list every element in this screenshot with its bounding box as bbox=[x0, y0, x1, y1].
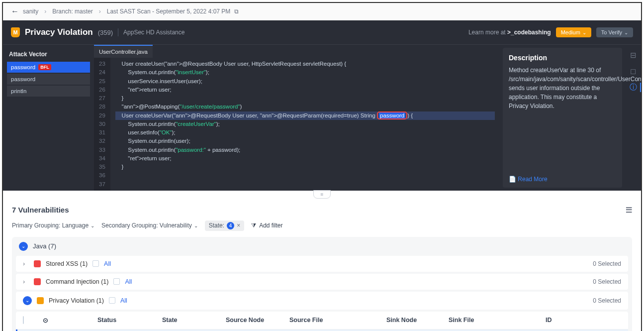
add-filter-button[interactable]: ⧩ Add filter bbox=[251, 222, 282, 229]
selected-count: 0 Selected bbox=[593, 260, 621, 267]
secondary-grouping-dropdown[interactable]: Secondary Grouping: Vulnerability bbox=[101, 222, 198, 229]
expand-icon[interactable]: › bbox=[23, 278, 29, 285]
primary-grouping-dropdown[interactable]: Primary Grouping: Language bbox=[12, 222, 94, 229]
select-checkbox[interactable] bbox=[92, 260, 99, 267]
select-all-link[interactable]: All bbox=[125, 278, 132, 285]
resize-handle[interactable]: ≡ bbox=[313, 190, 331, 199]
line-gutter: 232425262728293031323334353637 bbox=[94, 58, 110, 191]
crumb-project[interactable]: sanity bbox=[23, 8, 38, 15]
description-panel: Description Method createUserVar at line… bbox=[503, 48, 622, 188]
severity-shield-icon: M bbox=[11, 27, 20, 37]
col-source-file: Source File bbox=[289, 317, 381, 324]
col-state: State bbox=[162, 317, 221, 324]
description-text: Method createUserVar at line 30 of /src/… bbox=[509, 66, 616, 110]
state-filter-pill[interactable]: State: 4 × bbox=[205, 221, 244, 231]
file-tab[interactable]: UserController.java bbox=[94, 45, 153, 58]
language-group-label[interactable]: Java (7) bbox=[33, 242, 56, 250]
codebashing-link[interactable]: >_codebashing bbox=[507, 29, 551, 36]
collapse-lang-group-icon[interactable]: ⌄ bbox=[19, 242, 28, 251]
clear-state-filter-icon[interactable]: × bbox=[237, 222, 240, 229]
attack-vector-panel: Attack Vector passwordBFLpasswordprintln bbox=[3, 45, 94, 191]
learn-more-text: Learn more at >_codebashing bbox=[468, 29, 551, 36]
expand-icon[interactable]: › bbox=[23, 260, 29, 267]
attack-vector-item[interactable]: passwordBFL bbox=[7, 62, 90, 73]
header-checkbox[interactable] bbox=[23, 316, 24, 324]
selected-count: 0 Selected bbox=[593, 297, 621, 304]
col-severity[interactable]: ⊙ bbox=[43, 317, 92, 324]
vulnerabilities-heading: 7 Vulnerabilities bbox=[12, 206, 69, 214]
severity-icon bbox=[34, 278, 41, 285]
select-checkbox[interactable] bbox=[113, 278, 120, 285]
copy-icon[interactable]: ⧉ bbox=[234, 8, 239, 15]
crumb-branch[interactable]: Branch: master bbox=[52, 8, 92, 15]
description-heading: Description bbox=[509, 54, 616, 62]
vuln-group-row[interactable]: ›Stored XSS (1)All0 Selected bbox=[16, 256, 628, 272]
table-header-row: ⊙StatusStateSource NodeSource FileSink N… bbox=[16, 312, 628, 330]
read-more-link[interactable]: 📄 Read More bbox=[509, 176, 548, 183]
violation-count: (359) bbox=[98, 29, 113, 36]
vuln-name: Command Injection (1) bbox=[46, 278, 108, 285]
severity-icon bbox=[34, 260, 41, 267]
select-checkbox[interactable] bbox=[109, 297, 115, 304]
col-source-node: Source Node bbox=[226, 317, 284, 324]
side-tab-info-icon[interactable]: ⓘ bbox=[630, 83, 641, 92]
col-sink-node: Sink Node bbox=[386, 317, 444, 324]
state-dropdown[interactable]: To Verify bbox=[596, 27, 633, 37]
crumb-scan: Last SAST Scan - September 5, 2022 4:07 … bbox=[107, 8, 231, 15]
collapse-icon[interactable]: ⌄ bbox=[23, 296, 32, 305]
violation-title: Privacy Violation bbox=[25, 27, 93, 37]
severity-dropdown[interactable]: Medium bbox=[556, 27, 591, 37]
select-all-link[interactable]: All bbox=[120, 297, 127, 304]
severity-icon bbox=[37, 297, 44, 304]
vuln-name: Stored XSS (1) bbox=[46, 260, 88, 267]
side-tab-2-icon[interactable]: ◻ bbox=[630, 67, 636, 76]
vuln-name: Privacy Violation (1) bbox=[49, 297, 104, 304]
appsec-assist-link[interactable]: AppSec HD Assistance bbox=[123, 29, 184, 36]
selected-count: 0 Selected bbox=[593, 278, 621, 285]
vuln-group-row[interactable]: ⌄Privacy Violation (1)All0 Selected bbox=[16, 292, 628, 310]
vuln-group-row[interactable]: ›Command Injection (1)All0 Selected bbox=[16, 274, 628, 290]
col-status: Status bbox=[97, 317, 157, 324]
columns-icon[interactable]: ☰ bbox=[626, 206, 632, 215]
breadcrumb-bar: ← sanity Branch: master Last SAST Scan -… bbox=[3, 3, 641, 20]
col-id: ID bbox=[546, 317, 621, 324]
violation-header: M Privacy Violation (359) AppSec HD Assi… bbox=[3, 20, 641, 45]
col-sink-file: Sink File bbox=[449, 317, 541, 324]
side-tab-rail: ⊟ ◻ ⓘ bbox=[625, 45, 641, 191]
side-tab-1-icon[interactable]: ⊟ bbox=[630, 51, 637, 60]
select-all-link[interactable]: All bbox=[104, 260, 111, 267]
attack-vector-item[interactable]: println bbox=[7, 86, 90, 97]
code-body[interactable]: User createUser("ann">@RequestBody User … bbox=[110, 58, 500, 191]
attack-vector-heading: Attack Vector bbox=[7, 48, 90, 61]
back-arrow-icon[interactable]: ← bbox=[11, 7, 19, 16]
attack-vector-item[interactable]: password bbox=[7, 74, 90, 85]
code-viewer: UserController.java 23242526272829303132… bbox=[94, 45, 500, 191]
